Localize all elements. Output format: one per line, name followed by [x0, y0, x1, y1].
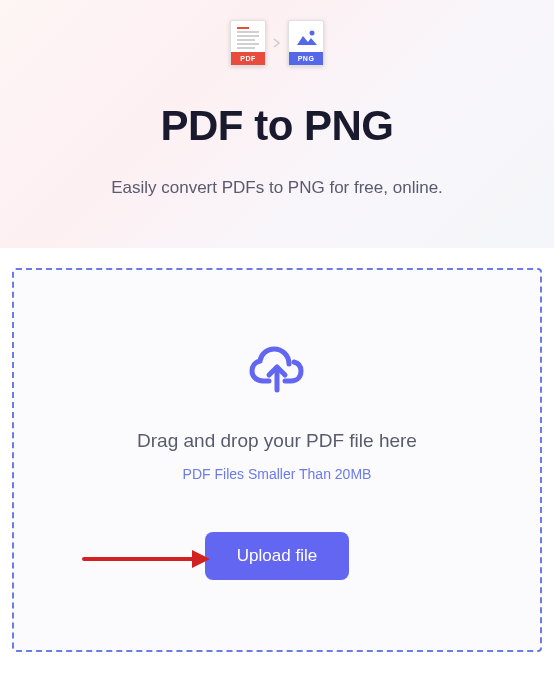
png-file-icon: PNG [288, 20, 324, 66]
png-badge-label: PNG [289, 52, 323, 65]
svg-point-0 [310, 31, 315, 36]
arrow-right-icon [272, 35, 282, 51]
pdf-file-icon: PDF [230, 20, 266, 66]
upload-section: Drag and drop your PDF file here PDF Fil… [0, 248, 554, 664]
page-title: PDF to PNG [20, 102, 534, 150]
upload-file-button[interactable]: Upload file [205, 532, 349, 580]
cloud-upload-icon [249, 340, 305, 400]
dropzone-size-limit: PDF Files Smaller Than 20MB [34, 466, 520, 482]
annotation-arrow-icon [82, 547, 212, 575]
dropzone-instruction: Drag and drop your PDF file here [34, 430, 520, 452]
pdf-lines-decoration [237, 27, 259, 51]
hero-section: PDF PNG PDF to PNG Easily convert PDFs t… [0, 0, 554, 248]
page-subtitle: Easily convert PDFs to PNG for free, onl… [20, 178, 534, 198]
format-icons-row: PDF PNG [20, 20, 534, 66]
png-image-decoration [297, 29, 315, 47]
pdf-badge-label: PDF [231, 52, 265, 65]
file-dropzone[interactable]: Drag and drop your PDF file here PDF Fil… [12, 268, 542, 652]
